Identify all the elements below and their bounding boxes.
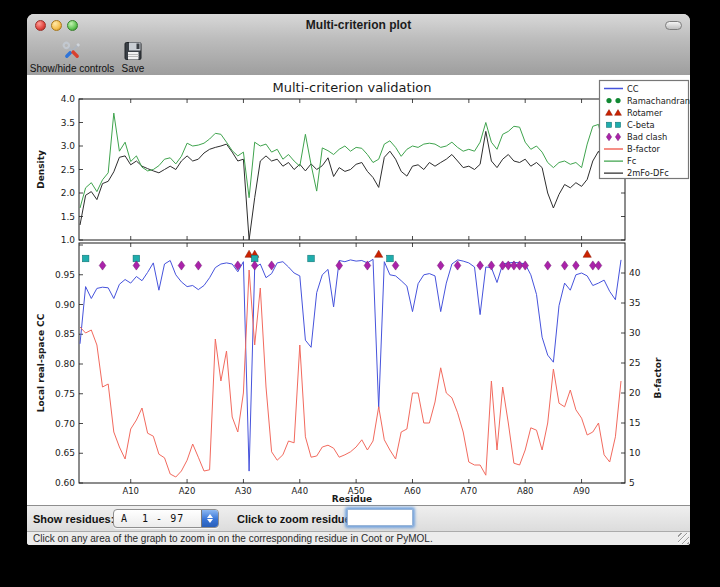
svg-text:0.70: 0.70 bbox=[55, 419, 75, 429]
svg-text:40: 40 bbox=[629, 268, 641, 278]
svg-text:20: 20 bbox=[629, 388, 641, 398]
cc-axis-label: Local real-space CC bbox=[36, 313, 46, 412]
svg-text:A50: A50 bbox=[348, 486, 365, 496]
window-chrome: Multi-criterion plot Sh bbox=[27, 14, 690, 76]
legend-label-cc: CC bbox=[627, 84, 639, 94]
show-hide-controls-button[interactable]: Show/hide controls bbox=[27, 38, 117, 74]
svg-text:0.75: 0.75 bbox=[55, 389, 75, 399]
c-beta-marker bbox=[387, 255, 394, 262]
tools-icon bbox=[59, 38, 85, 63]
zoom-residue-label: Click to zoom residue: bbox=[237, 513, 354, 525]
c-beta-marker bbox=[82, 255, 89, 262]
save-label: Save bbox=[122, 63, 145, 74]
svg-text:0.95: 0.95 bbox=[55, 270, 75, 280]
ramachandran-marker bbox=[606, 98, 611, 103]
svg-text:A40: A40 bbox=[291, 486, 308, 496]
svg-text:3.5: 3.5 bbox=[61, 118, 75, 128]
svg-text:25: 25 bbox=[629, 358, 640, 368]
svg-text:A70: A70 bbox=[461, 486, 478, 496]
svg-text:A80: A80 bbox=[517, 486, 534, 496]
controls-bar: Show residues: A 1 - 97 Click to zoom re… bbox=[27, 505, 690, 531]
svg-text:0.65: 0.65 bbox=[55, 448, 75, 458]
chain-range-select[interactable]: A 1 - 97 bbox=[113, 509, 219, 528]
svg-text:0.90: 0.90 bbox=[55, 300, 75, 310]
svg-text:A20: A20 bbox=[179, 486, 196, 496]
toolbar-toggle-pill-button[interactable] bbox=[665, 21, 682, 30]
app-window: Multi-criterion plot Sh bbox=[27, 14, 690, 545]
legend-label-ramachandran: Ramachandran bbox=[627, 96, 690, 106]
validation-plot[interactable]: Multi-criterion validationDensityLocal r… bbox=[27, 75, 690, 505]
svg-text:0.60: 0.60 bbox=[55, 478, 75, 488]
svg-text:0.80: 0.80 bbox=[55, 359, 75, 369]
c-beta-marker bbox=[308, 255, 315, 262]
svg-text:35: 35 bbox=[629, 298, 640, 308]
svg-text:30: 30 bbox=[629, 328, 641, 338]
svg-text:2.0: 2.0 bbox=[61, 188, 76, 198]
svg-text:A60: A60 bbox=[404, 486, 421, 496]
svg-text:1.5: 1.5 bbox=[61, 212, 75, 222]
legend-label-bad-clash: Bad clash bbox=[627, 132, 667, 142]
status-text: Click on any area of the graph to zoom i… bbox=[33, 533, 433, 544]
c-beta-marker bbox=[615, 122, 620, 127]
svg-text:A10: A10 bbox=[122, 486, 139, 496]
legend-label-2mfo-dfc: 2mFo-DFc bbox=[627, 168, 669, 178]
show-residues-label: Show residues: bbox=[33, 513, 114, 525]
legend-label-b-factor: B-factor bbox=[627, 144, 661, 154]
svg-text:0.85: 0.85 bbox=[55, 329, 75, 339]
svg-text:15: 15 bbox=[629, 418, 640, 428]
select-stepper-icon[interactable] bbox=[201, 510, 218, 527]
legend-label-fc: Fc bbox=[627, 156, 637, 166]
svg-text:A30: A30 bbox=[235, 486, 252, 496]
svg-text:4.0: 4.0 bbox=[61, 94, 76, 104]
ramachandran-marker bbox=[615, 98, 620, 103]
zoom-residue-input[interactable] bbox=[347, 509, 413, 526]
desktop-background: { "window": { "title": "Multi-criterion … bbox=[0, 0, 720, 587]
legend-label-rotamer: Rotamer bbox=[627, 108, 663, 118]
svg-text:3.0: 3.0 bbox=[61, 141, 76, 151]
title-bar[interactable]: Multi-criterion plot bbox=[27, 14, 690, 36]
resize-grip[interactable] bbox=[678, 533, 689, 544]
show-hide-controls-label: Show/hide controls bbox=[30, 63, 115, 74]
svg-text:1.0: 1.0 bbox=[61, 235, 76, 245]
density-axis-label: Density bbox=[36, 150, 46, 189]
save-button[interactable]: Save bbox=[117, 38, 149, 74]
floppy-save-icon bbox=[122, 38, 144, 63]
window-title: Multi-criterion plot bbox=[27, 18, 690, 32]
svg-text:5: 5 bbox=[629, 478, 635, 488]
chain-range-value: A 1 - 97 bbox=[114, 513, 201, 524]
figure-title: Multi-criterion validation bbox=[273, 80, 432, 95]
svg-text:2.5: 2.5 bbox=[61, 165, 75, 175]
bfactor-axis-label: B-factor bbox=[653, 357, 663, 398]
svg-text:10: 10 bbox=[629, 448, 641, 458]
status-bar: Click on any area of the graph to zoom i… bbox=[27, 531, 690, 545]
c-beta-marker bbox=[606, 122, 611, 127]
legend-label-c-beta: C-beta bbox=[627, 120, 655, 130]
svg-text:A90: A90 bbox=[573, 486, 590, 496]
